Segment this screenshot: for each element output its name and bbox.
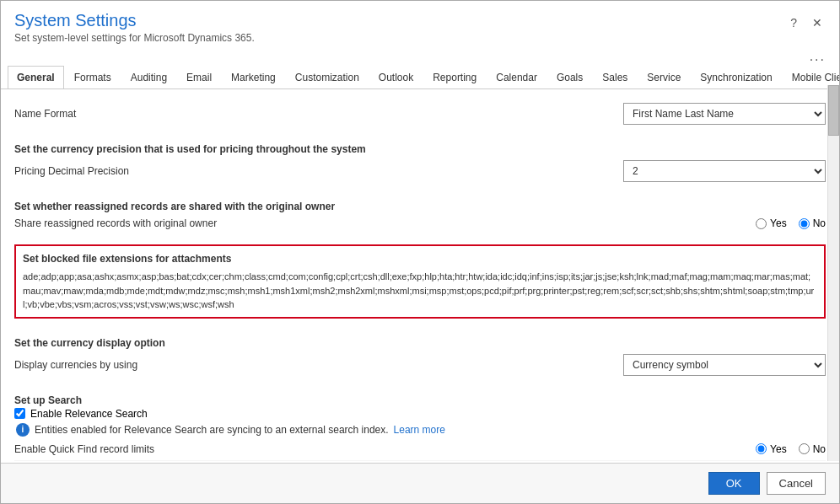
tab-service[interactable]: Service [638,66,690,88]
tabs-container: General Formats Auditing Email Marketing… [1,66,839,89]
relevance-info-text: Entities enabled for Relevance Search ar… [35,424,389,436]
share-reassigned-no-label[interactable]: No [799,217,826,229]
quick-find-yes-label[interactable]: Yes [756,443,787,455]
share-reassigned-yes-label[interactable]: Yes [756,217,787,229]
blocked-extensions-heading: Set blocked file extensions for attachme… [23,251,817,266]
learn-more-link[interactable]: Learn more [394,424,445,436]
currency-display-dropdown[interactable]: Currency symbol Currency code [623,354,826,376]
display-currencies-label: Display currencies by using [14,359,137,371]
ellipsis-bar: ... [1,47,839,66]
reassigned-records-section: Set whether reassigned records are share… [14,194,826,233]
tabs: General Formats Auditing Email Marketing… [1,66,839,88]
dialog-title: System Settings [14,11,255,30]
tab-email[interactable]: Email [177,66,221,88]
enable-relevance-label: Enable Relevance Search [30,408,148,420]
cancel-button[interactable]: Cancel [767,472,826,495]
currency-precision-section: Set the currency precision that is used … [14,137,826,185]
relevance-info-row: i Entities enabled for Relevance Search … [16,423,826,437]
search-heading: Set up Search [14,389,826,408]
name-format-label: Name Format [14,108,76,120]
currency-precision-heading: Set the currency precision that is used … [14,138,826,157]
name-format-row: Name Format First Name Last Name Last Na… [14,99,826,128]
title-bar-left: System Settings Set system-level setting… [14,11,255,44]
name-format-dropdown[interactable]: First Name Last Name Last Name First Nam… [623,103,826,125]
tab-goals[interactable]: Goals [547,66,592,88]
pricing-decimal-dropdown[interactable]: 0 1 2 3 4 [623,160,826,182]
tab-synchronization[interactable]: Synchronization [691,66,781,88]
tab-reporting[interactable]: Reporting [423,66,486,88]
title-bar-controls: ? ✕ [787,14,826,31]
scrollbar-track[interactable] [827,85,839,461]
currency-display-heading: Set the currency display option [14,332,826,351]
share-reassigned-yes-radio[interactable] [756,218,767,229]
info-icon: i [16,423,30,437]
enable-relevance-row: Enable Relevance Search [14,408,826,420]
share-reassigned-label: Share reassigned records with original o… [14,217,217,229]
quick-find-no-label[interactable]: No [799,443,826,455]
quick-find-label: Enable Quick Find record limits [14,443,154,455]
tab-calendar[interactable]: Calendar [487,66,547,88]
title-bar: System Settings Set system-level setting… [1,1,839,47]
dialog-footer: OK Cancel [1,463,839,503]
ellipsis-icon: ... [810,49,826,63]
enable-relevance-checkbox[interactable] [14,408,25,419]
tab-formats[interactable]: Formats [65,66,121,88]
search-section: Set up Search Enable Relevance Search i … [14,388,826,464]
dialog-subtitle: Set system-level settings for Microsoft … [14,32,255,44]
help-button[interactable]: ? [787,14,800,31]
blocked-extensions-box: Set blocked file extensions for attachme… [14,244,826,319]
ok-button[interactable]: OK [708,472,760,495]
quick-find-row: Enable Quick Find record limits Yes No [14,440,826,458]
reassigned-records-row: Share reassigned records with original o… [14,214,826,233]
quick-find-radio-group: Yes No [756,443,826,455]
currency-display-row: Display currencies by using Currency sym… [14,351,826,379]
tab-customization[interactable]: Customization [286,66,369,88]
currency-display-section: Set the currency display option Display … [14,330,826,379]
close-button[interactable]: ✕ [809,14,826,31]
tab-outlook[interactable]: Outlook [369,66,423,88]
blocked-extensions-text[interactable]: ade;adp;app;asa;ashx;asmx;asp;bas;bat;cd… [23,270,817,312]
tab-sales[interactable]: Sales [593,66,637,88]
system-settings-dialog: System Settings Set system-level setting… [0,0,840,504]
share-reassigned-no-radio[interactable] [799,218,810,229]
currency-precision-row: Pricing Decimal Precision 0 1 2 3 4 [14,157,826,185]
content-area: Name Format First Name Last Name Last Na… [1,89,839,463]
pricing-decimal-label: Pricing Decimal Precision [14,165,129,177]
share-reassigned-radio-group: Yes No [756,217,826,229]
scrollbar-thumb[interactable] [828,85,839,136]
quick-find-yes-radio[interactable] [756,443,767,454]
tab-marketing[interactable]: Marketing [222,66,285,88]
quick-find-no-radio[interactable] [799,443,810,454]
tab-general[interactable]: General [8,66,64,89]
reassigned-records-heading: Set whether reassigned records are share… [14,196,826,214]
tab-auditing[interactable]: Auditing [121,66,176,88]
